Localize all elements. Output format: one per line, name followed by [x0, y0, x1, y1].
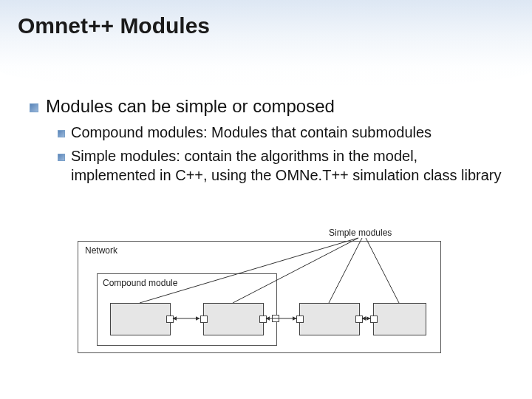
- bullet-sub-1-text: Compound modules: Modules that contain s…: [71, 123, 432, 142]
- svg-line-3: [140, 238, 358, 303]
- diagram-connectors: [78, 229, 440, 369]
- bullet-sub-1: Compound modules: Modules that contain s…: [58, 123, 502, 142]
- bullet-square-icon: [30, 103, 38, 112]
- svg-line-5: [329, 238, 362, 303]
- svg-line-6: [366, 238, 399, 303]
- bullet-sub-2: Simple modules: contain the algorithms i…: [58, 146, 502, 185]
- content-area: Modules can be simple or composed Compou…: [30, 95, 502, 189]
- slide-title: Omnet++ Modules: [18, 13, 210, 38]
- svg-line-4: [233, 238, 358, 303]
- bullet-square-icon: [58, 154, 65, 161]
- bullet-main-text: Modules can be simple or composed: [46, 95, 335, 118]
- bullet-sub-2-text: Simple modules: contain the algorithms i…: [71, 146, 502, 185]
- bullet-square-icon: [58, 130, 65, 137]
- bullet-main: Modules can be simple or composed: [30, 95, 502, 118]
- module-diagram: Simple modules Network Compound module: [78, 229, 440, 369]
